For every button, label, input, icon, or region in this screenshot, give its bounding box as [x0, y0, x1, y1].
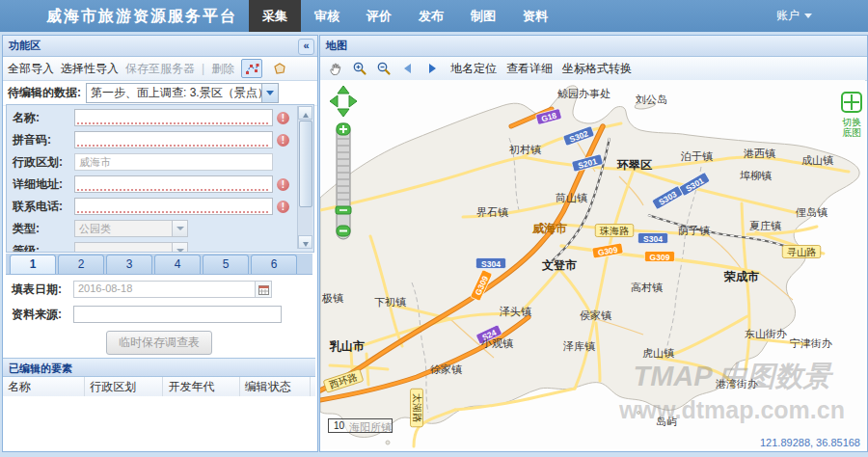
calendar-button[interactable] [255, 282, 271, 297]
date-input[interactable]: 2016-08-18 [73, 281, 272, 298]
map-place-label: 成山镇 [801, 154, 833, 166]
tab-5[interactable]: 5 [203, 255, 249, 274]
draw-polyline-tool[interactable] [241, 59, 262, 78]
map-place-label: 极镇 [321, 292, 343, 304]
date-label: 填表日期: [12, 282, 73, 298]
hand-icon [328, 61, 343, 76]
scroll-down-icon[interactable] [298, 235, 312, 249]
tab-6[interactable]: 6 [251, 255, 297, 274]
map-place-label: 东山街办 [745, 328, 787, 339]
menu-item-mapping[interactable]: 制图 [457, 0, 509, 32]
scale-bar: 10 [328, 418, 393, 433]
column-era: 开发年代 [163, 377, 239, 396]
menu-item-review[interactable]: 审核 [301, 0, 353, 32]
edited-features-body [3, 396, 315, 449]
svg-text:S304: S304 [481, 259, 501, 269]
map-panel: 地图 [319, 35, 868, 452]
svg-text:S304: S304 [643, 234, 663, 244]
zoom-out-tool-button[interactable] [374, 60, 393, 78]
back-extent-button[interactable] [398, 60, 417, 78]
scroll-up-icon[interactable] [298, 106, 312, 120]
mouse-coordinates: 121.89288, 36.85168 [760, 437, 860, 448]
map-place-label: 俚岛镇 [795, 206, 827, 218]
form-scrollbar[interactable] [297, 106, 312, 249]
name-input[interactable] [74, 109, 273, 126]
road-shield-badge: G309 [644, 252, 674, 262]
menu-item-data[interactable]: 资料 [509, 0, 561, 32]
map-place-label: 小观镇 [480, 337, 513, 349]
address-input[interactable] [74, 175, 273, 193]
zoom-in-tool-button[interactable] [350, 60, 368, 78]
application: 威海市旅游资源服务平台 采集 审核 评价 发布 制图 资料 账户 功能区 全部导… [0, 0, 868, 457]
required-icon [277, 201, 289, 213]
main-menu: 采集 审核 评价 发布 制图 资料 [249, 0, 561, 32]
map-place-label: 泊于镇 [680, 150, 713, 162]
table-header-row: 名称 行政区划 开发年代 编辑状态 [3, 377, 315, 397]
road-shield-badge: S304 [475, 258, 505, 269]
survey-table-select[interactable]: 第一步、面上调查: 3.景区（景点）调查表 [86, 83, 279, 103]
map-place-label: 宁津街办 [790, 337, 832, 349]
required-icon [277, 112, 289, 124]
polygon-icon [272, 61, 287, 76]
data-select-row: 待编辑的数据: 第一步、面上调查: 3.景区（景点）调查表 [3, 81, 317, 106]
tab-4[interactable]: 4 [154, 255, 201, 274]
menu-item-collect[interactable]: 采集 [249, 0, 301, 32]
svg-text:太湖路: 太湖路 [412, 393, 422, 422]
save-to-server-button[interactable]: 保存至服务器 [125, 61, 195, 77]
map-place-label: 埠柳镇 [740, 170, 772, 181]
scrollbar-thumb[interactable] [299, 121, 312, 207]
required-icon [277, 178, 289, 191]
map-place-label: 夏庄镇 [749, 220, 781, 231]
map-navigation-control[interactable] [327, 85, 360, 251]
tab-2[interactable]: 2 [58, 255, 104, 274]
delete-button[interactable]: 删除 [211, 61, 234, 77]
map-place-label: 荣成市 [723, 270, 759, 283]
edited-features-table: 名称 行政区划 开发年代 编辑状态 [3, 377, 315, 397]
coord-convert-link[interactable]: 坐标格式转换 [562, 61, 632, 77]
tab-3[interactable]: 3 [106, 255, 152, 274]
edited-features-header: 已编辑的要素 [3, 358, 315, 377]
map-place-label: 岛屿 [656, 416, 677, 427]
tab-1[interactable]: 1 [10, 255, 56, 274]
pan-tool-button[interactable] [326, 60, 344, 78]
map-place-label: 文登市 [541, 258, 577, 272]
svg-text:珠海路: 珠海路 [599, 226, 629, 236]
collapse-panel-button[interactable] [298, 39, 314, 55]
region-input: 威海市 [74, 153, 273, 171]
column-status: 编辑状态 [240, 377, 311, 396]
forward-extent-button[interactable] [422, 60, 441, 78]
source-input[interactable] [73, 306, 282, 323]
pinyin-input[interactable] [74, 131, 273, 148]
menu-item-evaluate[interactable]: 评价 [353, 0, 405, 32]
svg-text:G309: G309 [650, 253, 670, 262]
map-canvas[interactable]: G18S302S201S301S303S304G309G309S304G309S… [320, 80, 865, 449]
field-label: 行政区划: [13, 154, 74, 171]
map-place-label: 荫子镇 [678, 225, 710, 236]
import-all-button[interactable]: 全部导入 [8, 61, 54, 77]
polyline-icon [244, 61, 259, 76]
pan-arrows-icon[interactable] [330, 86, 357, 117]
field-label: 名称: [13, 110, 74, 126]
temp-save-button[interactable]: 临时保存调查表 [106, 331, 212, 355]
menu-item-publish[interactable]: 发布 [405, 0, 457, 32]
left-toolbar: 全部导入 选择性导入 保存至服务器 | 删除 [3, 57, 317, 81]
locate-by-name-link[interactable]: 地名定位 [450, 61, 497, 77]
view-details-link[interactable]: 查看详细 [506, 61, 553, 77]
map-place-label: 泽库镇 [563, 340, 595, 352]
map-place-label: 初村镇 [508, 144, 541, 155]
import-selective-button[interactable]: 选择性导入 [61, 61, 119, 77]
map-place-label: 高村镇 [631, 282, 663, 293]
phone-input[interactable] [74, 198, 273, 215]
type-select: 公园类 [74, 220, 188, 237]
function-panel: 功能区 全部导入 选择性导入 保存至服务器 | 删除 [2, 35, 318, 452]
map-place-label: 乳山市 [329, 339, 365, 353]
required-icon [277, 134, 289, 147]
zoom-slider[interactable] [336, 123, 351, 239]
switch-basemap-button[interactable]: 切换底图 [839, 92, 864, 138]
field-label: 等级: [13, 243, 74, 254]
field-label: 类型: [13, 221, 74, 237]
account-menu[interactable]: 账户 [776, 0, 812, 32]
map-toolbar: 地名定位 查看详细 坐标格式转换 [320, 57, 867, 81]
draw-polygon-tool[interactable] [269, 59, 290, 78]
app-title: 威海市旅游资源服务平台 [0, 0, 249, 32]
